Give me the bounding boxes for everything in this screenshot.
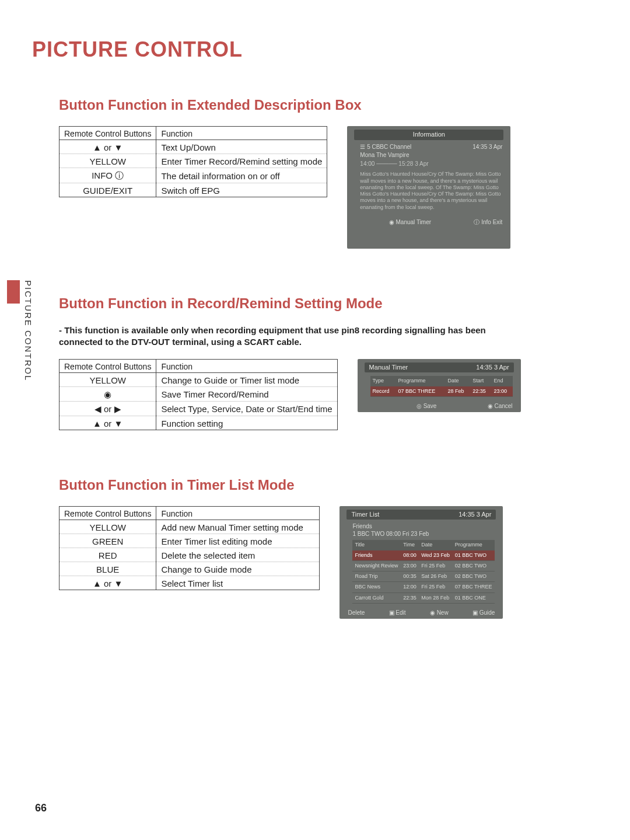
th-function: Function (156, 127, 327, 140)
table-row: BLUEChange to Guide mode (60, 562, 320, 576)
section-record-remind: Button Function in Record/Remind Setting… (32, 295, 592, 430)
section-extended-description: Button Function in Extended Description … (32, 97, 592, 249)
shot-title: Timer List 14:35 3 Apr (346, 510, 496, 520)
shot-sub1: Friends (352, 523, 495, 531)
table-row: REDDelete the selected item (60, 548, 320, 562)
shot-foot-guide: ▣ Guide (473, 609, 495, 617)
screenshot-manual-timer: Manual Timer 14:35 3 Apr Type Programme … (358, 359, 521, 413)
shot-foot-cancel: ◉ Cancel (488, 403, 513, 410)
table-row: Friends08:00Wed 23 Feb01 BBC TWO (352, 550, 495, 561)
shot-foot-save: ◎ Save (416, 403, 437, 410)
table-row: YELLOWAdd new Manual Timer setting mode (60, 520, 320, 534)
shot-title: Manual Timer 14:35 3 Apr (365, 363, 514, 373)
shot-table: Title Time Date Programme Friends08:00We… (352, 540, 495, 604)
table-row: YELLOWChange to Guide or Timer list mode (60, 372, 338, 386)
th-buttons: Remote Control Buttons (60, 359, 156, 372)
section2-heading: Button Function in Record/Remind Setting… (59, 295, 592, 312)
page-number: 66 (35, 802, 47, 814)
shot-foot-center: ◉ Manual Timer (355, 219, 464, 226)
shot-foot-right: ⓘ Info Exit (474, 219, 502, 226)
table-row: Road Trip00:35Sat 26 Feb02 BBC TWO (352, 571, 495, 582)
th-buttons: Remote Control Buttons (60, 127, 156, 140)
table-row: INFO ⓘThe detail information on or off (60, 168, 327, 183)
table-row: Record 07 BBC THREE 28 Feb 22:35 23:00 (370, 386, 513, 397)
table-row: ◉Save Timer Record/Remind (60, 386, 338, 401)
table-row: YELLOWEnter Timer Record/Remind setting … (60, 154, 327, 168)
shot-foot-new: ◉ New (430, 609, 449, 617)
shot-channel: ☰ 5 CBBC Channel (360, 144, 411, 151)
page-title: PICTURE CONTROL (32, 37, 592, 62)
shot-foot-edit: ▣ Edit (389, 609, 406, 617)
table-row: ▲ or ▼Function setting (60, 416, 338, 430)
table-row: ▲ or ▼Select Timer list (60, 576, 320, 590)
shot-description: Miss Gotto's Haunted House/Cry Of The Sw… (360, 171, 502, 211)
screenshot-information: Information ☰ 5 CBBC Channel 14:35 3 Apr… (347, 126, 510, 249)
table-row: ▲ or ▼Text Up/Down (60, 140, 327, 154)
section1-heading: Button Function in Extended Description … (59, 97, 592, 113)
th-function: Function (156, 359, 337, 372)
side-tab-accent (7, 280, 20, 304)
table-row: GUIDE/EXITSwitch off EPG (60, 183, 327, 197)
shot-foot-delete: Delete (348, 609, 365, 617)
table-row: GREENEnter Timer list editing mode (60, 534, 320, 548)
table-row: Newsnight Review23:00Fri 25 Feb02 BBC TW… (352, 560, 495, 571)
section3-table: Remote Control Buttons Function YELLOWAd… (59, 506, 320, 590)
table-row: BBC News12:00Fri 25 Feb07 BBC THREE (352, 582, 495, 592)
shot-programme: Mona The Vampire (360, 152, 502, 159)
shot-title: Information (354, 130, 503, 140)
section2-note: - This function is available only when r… (59, 325, 491, 348)
side-tab: PICTURE CONTROL (7, 280, 19, 409)
shot-clock: 14:35 3 Apr (473, 144, 502, 151)
th-buttons: Remote Control Buttons (60, 506, 156, 520)
section-timer-list: Button Function in Timer List Mode Remot… (32, 477, 592, 619)
shot-clock: 14:35 3 Apr (459, 511, 491, 519)
section2-table: Remote Control Buttons Function YELLOWCh… (59, 359, 338, 430)
section3-heading: Button Function in Timer List Mode (59, 477, 592, 493)
section1-table: Remote Control Buttons Function ▲ or ▼Te… (59, 126, 327, 197)
screenshot-timer-list: Timer List 14:35 3 Apr Friends 1 BBC TWO… (340, 506, 503, 619)
th-function: Function (156, 506, 320, 520)
shot-clock: 14:35 3 Apr (476, 364, 509, 372)
table-row: Carrott Gold22:35Mon 28 Feb01 BBC ONE (352, 592, 495, 603)
shot-sub2: 1 BBC TWO 08:00 Fri 23 Feb (352, 531, 495, 538)
shot-table: Type Programme Date Start End Record 07 … (370, 376, 513, 397)
table-row: ◀ or ▶Select Type, Service, Date or Star… (60, 401, 338, 416)
shot-timebar: 14:00 ───── 15:28 3 Apr (360, 161, 502, 168)
